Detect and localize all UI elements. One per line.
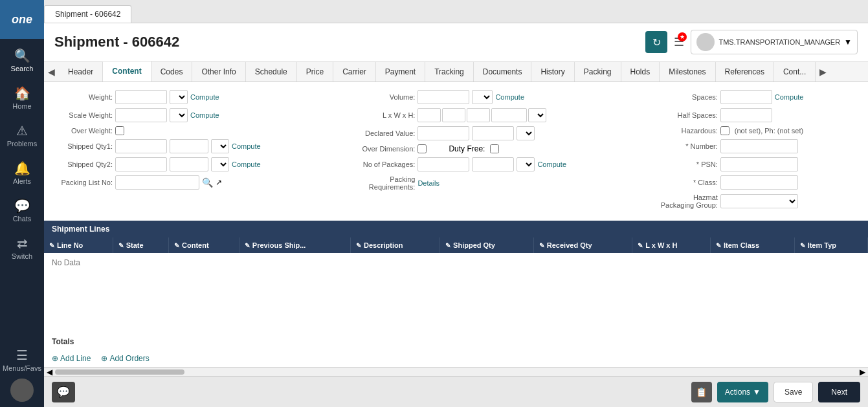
menu-button[interactable]: ☰ ★	[674, 35, 684, 49]
tab-price[interactable]: Price	[297, 62, 333, 82]
packing-req-details-link[interactable]: Details	[417, 179, 440, 187]
no-of-packages-unit-input[interactable]	[472, 157, 514, 171]
over-dimension-checkbox[interactable]	[417, 144, 427, 153]
declared-value-select[interactable]	[517, 126, 535, 140]
no-of-packages-input[interactable]	[417, 157, 469, 171]
packing-list-input[interactable]	[115, 175, 199, 190]
lxwxh-unit-input[interactable]	[491, 108, 527, 122]
app-logo[interactable]: one	[0, 0, 44, 39]
over-weight-checkbox[interactable]	[115, 126, 124, 135]
tab-content[interactable]: Content	[103, 61, 151, 82]
sidebar-item-home[interactable]: 🏠 Home	[0, 79, 44, 116]
shipped-qty2-unit-input[interactable]	[170, 157, 208, 171]
tab-tracking[interactable]: Tracking	[425, 62, 474, 82]
sidebar-item-problems[interactable]: ⚠ Problems	[0, 116, 44, 154]
sidebar-item-alerts[interactable]: 🔔 Alerts	[0, 154, 44, 192]
tab-holds[interactable]: Holds	[621, 62, 660, 82]
col-item-class[interactable]: ✎Item Class	[710, 237, 794, 253]
chat-button[interactable]: 💬	[52, 382, 75, 402]
class-input[interactable]	[720, 175, 798, 190]
tab-packing[interactable]: Packing	[575, 62, 621, 82]
tab-documents[interactable]: Documents	[474, 62, 532, 82]
col-received-qty[interactable]: ✎Received Qty	[533, 237, 632, 253]
tab-schedule[interactable]: Schedule	[246, 62, 297, 82]
declared-value-currency-input[interactable]	[472, 126, 514, 140]
tab-cont[interactable]: Cont...	[774, 62, 816, 82]
user-avatar-sidebar[interactable]	[10, 379, 34, 402]
shipped-qty1-select[interactable]	[211, 139, 229, 153]
declared-value-input[interactable]	[417, 126, 469, 140]
shipped-qty2-input[interactable]	[115, 157, 167, 171]
length-input[interactable]	[417, 108, 441, 122]
sidebar-item-search[interactable]: 🔍 Search	[0, 41, 44, 79]
tab-header[interactable]: Header	[59, 62, 103, 82]
spaces-compute-link[interactable]: Compute	[775, 93, 804, 101]
volume-unit-select[interactable]	[472, 90, 493, 104]
shipped-qty1-compute-link[interactable]: Compute	[232, 142, 261, 150]
half-spaces-input[interactable]	[720, 108, 772, 122]
scroll-area[interactable]: ◀ ▶	[44, 367, 868, 376]
spaces-input[interactable]	[720, 90, 772, 104]
next-button[interactable]: Next	[818, 382, 860, 402]
number-input[interactable]	[720, 139, 798, 153]
no-of-packages-compute-link[interactable]: Compute	[537, 160, 566, 168]
weight-input[interactable]	[115, 90, 167, 104]
tab-milestones[interactable]: Milestones	[660, 62, 715, 82]
tab-references[interactable]: References	[716, 62, 774, 82]
hazardous-checkbox[interactable]	[720, 126, 729, 135]
scale-weight-unit-select[interactable]	[170, 108, 188, 122]
col-shipped-qty[interactable]: ✎Shipped Qty	[440, 237, 534, 253]
packing-list-search-icon[interactable]: 🔍	[202, 177, 213, 188]
weight-unit-select[interactable]	[170, 90, 188, 104]
shipped-qty2-select[interactable]	[211, 157, 229, 171]
col-lxwxh[interactable]: ✎L x W x H	[632, 237, 711, 253]
actions-button[interactable]: Actions ▼	[717, 382, 768, 402]
tab-other-info[interactable]: Other Info	[192, 62, 245, 82]
height-input[interactable]	[467, 108, 490, 122]
col-item-type[interactable]: ✎Item Typ	[794, 237, 867, 253]
add-orders-link[interactable]: ⊕ Add Orders	[101, 354, 149, 363]
sidebar-item-menus[interactable]: ☰ Menus/Favs	[0, 341, 44, 379]
user-menu[interactable]: TMS.TRANSPORTATION_MANAGER ▼	[691, 30, 858, 54]
psn-input[interactable]	[720, 157, 798, 171]
shipped-qty1-unit-input[interactable]	[170, 139, 208, 153]
col-prev-ship[interactable]: ✎Previous Ship...	[239, 237, 350, 253]
sidebar-item-switch[interactable]: ⇄ Switch	[0, 229, 44, 267]
copy-button[interactable]: 📋	[691, 382, 712, 402]
top-tab-shipment[interactable]: Shipment - 606642	[44, 5, 131, 23]
width-input[interactable]	[442, 108, 465, 122]
refresh-button[interactable]: ↻	[645, 31, 667, 53]
tab-payment[interactable]: Payment	[376, 62, 425, 82]
weight-compute-link[interactable]: Compute	[190, 93, 219, 101]
col-description[interactable]: ✎Description	[350, 237, 440, 253]
scroll-left-icon[interactable]: ◀	[47, 368, 52, 377]
lxwxh-unit-select[interactable]	[528, 108, 546, 122]
shipped-qty1-input[interactable]	[115, 139, 167, 153]
no-of-packages-select[interactable]	[517, 157, 535, 171]
volume-input[interactable]	[417, 90, 469, 104]
tab-carrier[interactable]: Carrier	[333, 62, 376, 82]
hazmat-packaging-select[interactable]	[720, 194, 798, 208]
bell-icon: 🔔	[14, 160, 30, 176]
tab-codes[interactable]: Codes	[151, 62, 193, 82]
shipped-qty2-compute-link[interactable]: Compute	[232, 160, 261, 168]
sidebar-item-chats[interactable]: 💬 Chats	[0, 192, 44, 229]
volume-compute-link[interactable]: Compute	[495, 93, 524, 101]
col-state[interactable]: ✎State	[113, 237, 168, 253]
duty-free-checkbox[interactable]	[490, 144, 499, 153]
packing-list-external-icon[interactable]: ↗	[216, 178, 222, 187]
horizontal-scrollbar[interactable]	[55, 369, 184, 375]
table-wrapper[interactable]: ✎Line No ✎State ✎Content ✎Previous Ship.…	[44, 237, 868, 333]
tab-history[interactable]: History	[531, 62, 574, 82]
scale-weight-compute-link[interactable]: Compute	[190, 111, 219, 119]
save-button[interactable]: Save	[773, 382, 813, 402]
add-line-link[interactable]: ⊕ Add Line	[52, 354, 91, 363]
col-content[interactable]: ✎Content	[169, 237, 239, 253]
tab-nav-left[interactable]: ◀	[44, 61, 59, 82]
switch-icon: ⇄	[17, 236, 28, 251]
declared-value-label: Declared Value:	[357, 129, 415, 137]
col-line-no[interactable]: ✎Line No	[44, 237, 113, 253]
scale-weight-input[interactable]	[115, 108, 167, 122]
tab-nav-right[interactable]: ▶	[816, 61, 830, 82]
scroll-right-icon[interactable]: ▶	[860, 368, 865, 377]
